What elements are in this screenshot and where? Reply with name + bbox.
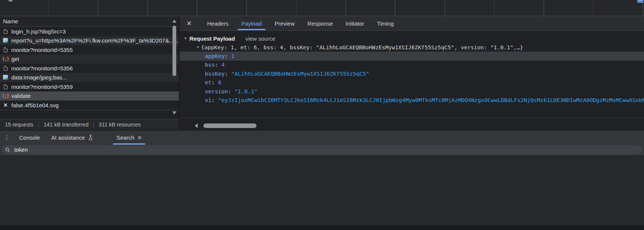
resources-size: 311 kB resources bbox=[93, 122, 146, 128]
overview-activity-bars bbox=[637, 0, 643, 3]
table-row[interactable]: false.4f5b1e04.svg bbox=[0, 101, 179, 110]
chevron-down-icon[interactable]: ▼ bbox=[197, 46, 199, 49]
search-field[interactable] bbox=[2, 145, 642, 154]
document-icon bbox=[3, 65, 8, 71]
property-value: "1.0.1" bbox=[235, 88, 258, 94]
image-icon bbox=[3, 38, 8, 43]
cross-icon bbox=[3, 102, 8, 108]
request-name: monitor?monitorId=5355 bbox=[11, 47, 73, 53]
more-options-icon[interactable]: ⋮ bbox=[0, 131, 14, 145]
payload-summary-row[interactable]: ▼{appKey: 1, et: 6, bss: 4, bssKey: "ALi… bbox=[180, 43, 644, 52]
tab-label: Console bbox=[19, 134, 40, 141]
property-key: bssKey bbox=[205, 71, 224, 77]
property-key: appKey bbox=[205, 53, 224, 59]
key-value-separator: : bbox=[211, 97, 218, 103]
document-icon bbox=[3, 29, 8, 34]
name-column-header[interactable]: Name bbox=[0, 17, 179, 27]
tab-search[interactable]: Search ✕ bbox=[111, 131, 147, 145]
devtools-drawer: ⋮ Console AI assistance Search ✕ bbox=[0, 130, 644, 230]
chevron-down-icon[interactable]: ▼ bbox=[184, 37, 187, 40]
tab-initiator[interactable]: Initiator bbox=[339, 17, 371, 30]
tab-timing[interactable]: Timing bbox=[371, 17, 400, 30]
tab-ai-assistance[interactable]: AI assistance bbox=[46, 131, 99, 145]
payload-property-row[interactable]: bss: 4 bbox=[180, 61, 644, 70]
requests-count: 15 requests bbox=[0, 122, 38, 128]
details-tab-bar: ✕ Headers Payload Preview Response Initi… bbox=[180, 17, 644, 31]
request-name: login_h.jsp?dogSrc=3 bbox=[11, 28, 66, 35]
property-value: "ALihhLoGCAEQBBoHWzEsMyw1XSIJ6ZKf55Sz5qC… bbox=[231, 71, 369, 77]
tab-response[interactable]: Response bbox=[301, 17, 339, 30]
property-value: "eyJzIjoxMCwibCI6MTY3LCJkeSI6Mzk4LCJ1eSI… bbox=[218, 97, 644, 103]
payload-property-row[interactable]: appKey: 1 bbox=[180, 52, 644, 61]
image-icon bbox=[3, 75, 8, 80]
table-row[interactable]: get bbox=[0, 55, 179, 64]
payload-property-row[interactable]: bssKey: "ALihhLoGCAEQBBoHWzEsMyw1XSIJ6ZK… bbox=[180, 69, 644, 78]
request-name: data:image/jpeg;bas... bbox=[11, 74, 67, 81]
tab-headers[interactable]: Headers bbox=[201, 17, 235, 30]
request-list: login_h.jsp?dogSrc=3 report?u_u=https%3A… bbox=[0, 27, 179, 110]
table-row[interactable]: report?u_u=https%3A%2F%2Fi.fkw.com%2F%3F… bbox=[0, 36, 179, 46]
payload-property-row[interactable]: vi: "eyJzIjoxMCwibCI6MTY3LCJkeSI6Mzk4LCJ… bbox=[180, 96, 644, 105]
braces-icon bbox=[3, 93, 8, 99]
request-details-panel: ✕ Headers Payload Preview Response Initi… bbox=[180, 17, 644, 130]
property-key: vi bbox=[205, 97, 211, 103]
tab-preview[interactable]: Preview bbox=[268, 17, 301, 30]
property-value: 4 bbox=[221, 62, 225, 68]
key-value-separator: : bbox=[224, 53, 231, 59]
close-tab-icon[interactable]: ✕ bbox=[137, 135, 142, 141]
property-value: 1 bbox=[231, 53, 235, 59]
table-row[interactable]: data:image/jpeg;bas... bbox=[0, 73, 179, 82]
key-value-separator: : bbox=[215, 62, 221, 68]
request-name: monitor?monitorId=5356 bbox=[11, 65, 73, 72]
key-value-separator: : bbox=[224, 71, 231, 77]
tab-label: AI assistance bbox=[51, 134, 85, 141]
page-bottom-strip bbox=[0, 225, 644, 230]
scrollbar-thumb[interactable] bbox=[172, 26, 176, 76]
property-key: version bbox=[205, 88, 228, 94]
payload-property-row[interactable]: version: "1.0.1" bbox=[180, 87, 644, 96]
activity-bar bbox=[637, 0, 643, 1]
scroll-down-arrow-icon[interactable] bbox=[172, 111, 176, 114]
scroll-left-arrow-icon[interactable] bbox=[195, 123, 198, 128]
request-payload-header: ▼ Request Payload view source bbox=[180, 34, 644, 43]
braces-icon bbox=[3, 56, 8, 62]
document-icon bbox=[3, 84, 8, 90]
payload-section: ▼ Request Payload view source ▼{appKey: … bbox=[180, 31, 644, 118]
close-icon[interactable]: ✕ bbox=[183, 17, 195, 30]
payload-summary-text: {appKey: 1, et: 6, bss: 4, bssKey: "ALih… bbox=[201, 44, 523, 50]
network-summary-bar: 15 requests 141 kB transferred 311 kB re… bbox=[0, 119, 179, 130]
property-key: et bbox=[205, 79, 211, 85]
flask-icon bbox=[88, 135, 93, 140]
table-row[interactable]: login_h.jsp?dogSrc=3 bbox=[0, 27, 179, 36]
table-row[interactable]: monitor?monitorId=5359 bbox=[0, 82, 179, 91]
table-row[interactable]: monitor?monitorId=5356 bbox=[0, 64, 179, 73]
document-icon bbox=[3, 47, 8, 53]
key-value-separator: : bbox=[211, 79, 218, 85]
tab-console[interactable]: Console bbox=[14, 131, 46, 145]
transferred-size: 141 kB transferred bbox=[38, 122, 93, 128]
network-overview-strip bbox=[0, 0, 644, 16]
request-name: false.4f5b1e04.svg bbox=[11, 102, 59, 108]
tab-payload[interactable]: Payload bbox=[235, 17, 268, 30]
scroll-up-arrow-icon[interactable] bbox=[172, 20, 176, 23]
tab-label: Search bbox=[116, 134, 134, 141]
search-results-area bbox=[0, 156, 644, 218]
horizontal-scrollbar[interactable] bbox=[195, 123, 256, 128]
property-value: 6 bbox=[218, 79, 221, 85]
key-value-separator: : bbox=[228, 88, 234, 94]
view-source-link[interactable]: view source bbox=[246, 35, 275, 42]
request-name: report?u_u=https%3A%2F%2Fi.fkw.com%2F%3F… bbox=[11, 37, 179, 44]
table-row[interactable]: monitor?monitorId=5355 bbox=[0, 45, 179, 55]
request-name: get bbox=[11, 56, 19, 62]
vertical-scrollbar[interactable] bbox=[172, 20, 177, 114]
search-input[interactable] bbox=[14, 146, 164, 153]
activity-bar bbox=[637, 2, 643, 3]
request-name: monitor?monitorId=5359 bbox=[11, 84, 73, 90]
drawer-toolbar: ⋮ Console AI assistance Search ✕ bbox=[0, 131, 644, 145]
overview-marker bbox=[9, 0, 12, 2]
table-row-selected[interactable]: validate bbox=[0, 91, 179, 101]
search-bar-row bbox=[0, 145, 644, 156]
payload-property-row[interactable]: et: 6 bbox=[180, 78, 644, 87]
scrollbar-thumb[interactable] bbox=[203, 123, 256, 128]
search-icon bbox=[5, 148, 10, 152]
